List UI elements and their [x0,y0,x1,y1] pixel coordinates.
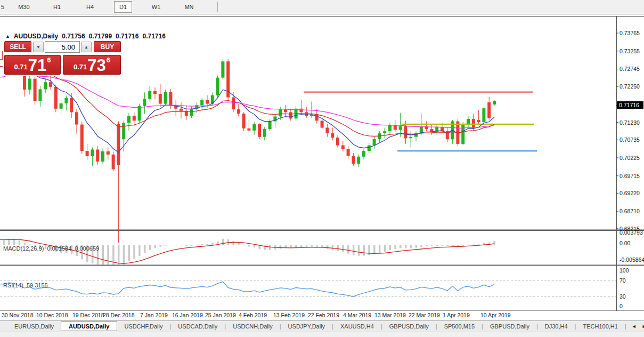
tab-scroll-arrows: ◄► [632,324,644,329]
tab-xauusd-h4[interactable]: XAUUSD,H4 [333,322,381,331]
buy-price-panel[interactable]: 0.71 73 6 [63,55,121,75]
ohlc-high: 0.71799 [89,33,112,40]
volume-decrease-button[interactable]: ▼ [33,42,44,52]
date-label: 13 Feb 2019 [273,312,305,318]
timeframe-button-h4[interactable]: H4 [81,1,99,13]
rsi-axis-label: 100 [619,267,629,274]
ohlc-close: 0.71716 [142,33,165,40]
tab-sp500-m15[interactable]: SP500,M15 [437,322,482,331]
tab-audusd-daily[interactable]: AUDUSD,Daily [61,322,117,331]
date-label: 1 Apr 2019 [443,312,470,318]
rsi-axis-label: 30 [619,293,626,300]
date-label: 10 Apr 2019 [480,312,511,318]
tab-gbpusd-daily[interactable]: GBPUSD,Daily [483,322,536,331]
chart-header: ▲ AUDUSD,Daily 0.71756 0.71799 0.71716 0… [5,33,166,40]
application-window: 5M30H1H4D1W1MN ▲ AUDUSD,Daily 0.71756 0.… [0,0,644,337]
price-axis-label: 0.69715 [619,173,640,179]
volume-input[interactable] [45,41,80,53]
macd-value-signal: 0.000659 [75,245,99,252]
tab-usdcad-daily[interactable]: USDCAD,Daily [171,322,224,331]
tab-usdchf-daily[interactable]: USDCHF,Daily [117,322,169,331]
tab-usdcnh-daily[interactable]: USDCNH,Daily [226,322,280,331]
macd-axis-label: 0.003793 [619,229,643,236]
sell-price-big: 71 [28,59,46,73]
date-label: 13 Mar 2019 [374,312,406,318]
symbol-title: AUDUSD,Daily [14,33,58,40]
status-strip [0,332,644,337]
timeframe-toolbar: 5M30H1H4D1W1MN [0,0,644,14]
date-label: 19 Dec 2018 [72,312,104,318]
date-label: 25 Jan 2019 [205,312,236,318]
sell-price-prefix: 0.71 [14,63,27,71]
date-label: 30 Nov 2018 [2,312,34,318]
date-label: 4 Mar 2019 [343,312,371,318]
sell-price-panel[interactable]: 0.71 71 6 [4,55,61,75]
timeframe-button-w1[interactable]: W1 [147,1,165,13]
current-price-marker: 0.71716 [617,101,643,109]
buy-price-pip: 6 [107,56,110,64]
rsi-axis-label: 70 [619,277,626,284]
price-axis-label: 0.73765 [619,30,640,36]
date-label: 16 Jan 2019 [172,312,203,318]
chart-tabbar: EURUSD,DailyAUDUSD,DailyUSDCHF,Daily|USD… [0,320,644,332]
toolbar-separator [217,2,218,12]
ohlc-open: 0.71756 [62,33,85,40]
timeframe-button-m30[interactable]: M30 [15,1,33,13]
date-label: 7 Jan 2019 [140,312,168,318]
tab-usdjpy-daily[interactable]: USDJPY,Daily [281,322,332,331]
macd-label: MACD(12,26,9) 0.001584 0.000659 [3,245,99,252]
macd-name: MACD(12,26,9) [3,245,44,252]
date-label: 22 Feb 2019 [308,312,339,318]
price-axis-label: 0.72250 [619,83,640,90]
price-axis-label: 0.70225 [619,155,640,161]
timeframe-button-h1[interactable]: H1 [48,1,66,13]
date-label: 22 Mar 2019 [409,312,440,318]
price-axis-label: 0.68710 [619,208,640,214]
volume-increase-button[interactable]: ▲ [81,42,92,52]
tab-eurusd-daily[interactable]: EURUSD,Daily [7,322,61,331]
tab-scroll-right-icon[interactable]: ► [642,324,644,329]
macd-value-main: 0.001584 [47,245,71,252]
rsi-axis-label: 0 [619,303,623,309]
rsi-label: RSI(14) 59.3155 [3,282,48,288]
timeframe-button-5[interactable]: 5 [0,1,5,13]
buy-button[interactable]: BUY [94,41,121,52]
price-axis-label: 0.69220 [619,190,640,196]
tab-scroll-left-icon[interactable]: ◄ [632,324,637,329]
collapse-panel-icon[interactable]: ▲ [5,34,10,39]
price-axis-label: 0.71230 [619,119,640,126]
tab-dj30-h4[interactable]: DJ30,H4 [538,322,575,331]
tab-gbpusd-daily[interactable]: GBPUSD,Daily [382,322,436,331]
date-label: 10 Dec 2018 [36,312,68,318]
macd-axis-label: -0.005864 [619,256,644,263]
tab-separator: | [625,323,626,330]
price-axis-label: 0.70735 [619,137,640,143]
price-axis-label: 0.72745 [619,66,640,72]
price-axis-label: 0.73255 [619,48,640,54]
sell-button[interactable]: SELL [4,41,31,52]
tab-tech100-h1[interactable]: TECH100,H1 [576,322,624,331]
rsi-name: RSI(14) [3,282,23,288]
timeframe-button-d1[interactable]: D1 [114,1,132,13]
macd-axis-label: 0.00 [619,240,630,246]
rsi-value: 59.3155 [27,282,48,288]
ohlc-low: 0.71716 [116,33,138,40]
date-label: 28 Dec 2018 [103,312,135,318]
chart-area: ▲ AUDUSD,Daily 0.71756 0.71799 0.71716 0… [0,15,644,320]
sell-price-pip: 6 [47,56,51,64]
buy-price-prefix: 0.71 [74,63,87,71]
date-label: 4 Feb 2019 [239,312,267,318]
timeframe-button-mn[interactable]: MN [180,1,198,13]
buy-price-big: 73 [87,59,105,73]
